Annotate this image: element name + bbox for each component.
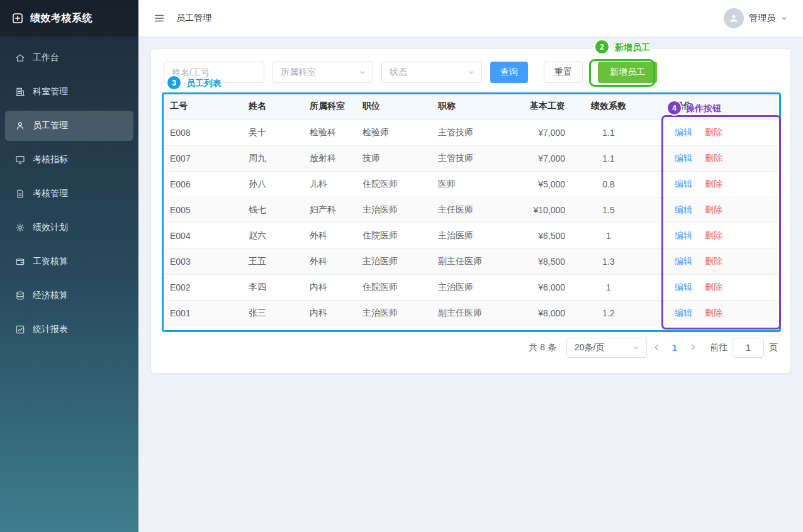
user-menu[interactable]: 管理员 <box>724 8 788 28</box>
sidebar-item-label: 统计报表 <box>33 324 68 335</box>
cell-coefficient: 1 <box>571 223 646 248</box>
sidebar-item-7[interactable]: 经济核算 <box>5 280 133 311</box>
delete-link[interactable]: 删除 <box>705 179 722 189</box>
sidebar-item-8[interactable]: 统计报表 <box>5 314 133 345</box>
status-select[interactable]: 状态 <box>381 62 482 83</box>
cell-employee-id: E006 <box>164 171 242 197</box>
cell-salary: ¥8,000 <box>508 300 571 326</box>
cell-salary: ¥7,000 <box>508 119 571 145</box>
sidebar-item-6[interactable]: 工资核算 <box>5 247 133 277</box>
app-title: 绩效考核系统 <box>30 12 93 25</box>
cell-employee-id: E004 <box>164 223 242 248</box>
col-header-department: 所属科室 <box>303 93 356 119</box>
home-icon <box>15 53 25 63</box>
cell-operations: 编辑 删除 <box>646 300 778 326</box>
cell-coefficient: 1.1 <box>571 119 646 145</box>
cell-salary: ¥10,000 <box>508 197 571 223</box>
search-button[interactable]: 查询 <box>490 62 528 83</box>
chevron-down-icon <box>632 344 640 352</box>
cell-department: 放射科 <box>303 145 356 171</box>
page-size-select[interactable]: 20条/页 <box>566 338 647 358</box>
avatar <box>724 8 744 28</box>
delete-link[interactable]: 删除 <box>705 282 722 292</box>
delete-link[interactable]: 删除 <box>705 153 722 163</box>
edit-link[interactable]: 编辑 <box>675 230 692 240</box>
page-size-value: 20条/页 <box>575 342 604 353</box>
cell-operations: 编辑 删除 <box>646 274 778 300</box>
filter-bar: 所属科室 状态 查询 重置 新增员工 <box>164 62 778 83</box>
cell-operations: 编辑 删除 <box>646 197 778 223</box>
edit-link[interactable]: 编辑 <box>675 256 692 266</box>
status-select-value: 状态 <box>390 67 407 78</box>
cell-employee-id: E005 <box>164 197 242 223</box>
cell-department: 内科 <box>303 300 356 326</box>
page-number[interactable]: 1 <box>666 343 683 353</box>
prev-page-button[interactable] <box>647 343 666 352</box>
sidebar-item-label: 绩效计划 <box>33 222 68 233</box>
col-header-salary: 基本工资 <box>508 93 571 119</box>
database-icon <box>15 291 25 301</box>
user-icon <box>15 121 25 131</box>
cell-department: 检验科 <box>303 119 356 145</box>
keyword-input[interactable] <box>164 62 264 83</box>
cell-operations: 编辑 删除 <box>646 248 778 274</box>
edit-link[interactable]: 编辑 <box>675 179 692 189</box>
sidebar-item-label: 考核指标 <box>33 154 68 165</box>
chevron-down-icon <box>359 69 366 76</box>
cell-name: 周九 <box>242 145 303 171</box>
delete-link[interactable]: 删除 <box>705 204 722 214</box>
cell-title: 主管技师 <box>432 119 508 145</box>
edit-link[interactable]: 编辑 <box>675 308 692 318</box>
cell-coefficient: 0.8 <box>571 171 646 197</box>
next-page-button[interactable] <box>683 343 702 352</box>
building-icon <box>15 87 25 97</box>
department-select[interactable]: 所属科室 <box>272 62 373 83</box>
edit-link[interactable]: 编辑 <box>675 282 692 292</box>
cell-employee-id: E001 <box>164 300 242 326</box>
hamburger-icon[interactable] <box>154 13 165 24</box>
cell-title: 主任医师 <box>432 197 508 223</box>
delete-link[interactable]: 删除 <box>705 308 722 318</box>
table-row: E005 钱七 妇产科 主治医师 主任医师 ¥10,000 1.5 编辑 删除 <box>164 197 778 223</box>
app-logo-icon <box>11 12 24 25</box>
edit-link[interactable]: 编辑 <box>675 153 692 163</box>
cell-title: 医师 <box>432 171 508 197</box>
sidebar-item-5[interactable]: 绩效计划 <box>5 213 133 243</box>
add-employee-button[interactable]: 新增员工 <box>598 62 657 83</box>
cell-title: 主管技师 <box>432 145 508 171</box>
sidebar-item-4[interactable]: 考核管理 <box>5 179 133 209</box>
cell-employee-id: E008 <box>164 119 242 145</box>
employee-card: 所属科室 状态 查询 重置 新增员工 工号 姓名 所属科室 职位 职称 <box>151 49 790 373</box>
cell-position: 住院医师 <box>356 171 432 197</box>
delete-link[interactable]: 删除 <box>705 230 722 240</box>
cell-title: 主治医师 <box>432 274 508 300</box>
cell-salary: ¥7,000 <box>508 145 571 171</box>
cell-position: 主治医师 <box>356 248 432 274</box>
table-row: E003 王五 外科 主治医师 副主任医师 ¥8,500 1.3 编辑 删除 <box>164 248 778 274</box>
cell-department: 妇产科 <box>303 197 356 223</box>
delete-link[interactable]: 删除 <box>705 256 722 266</box>
edit-link[interactable]: 编辑 <box>675 127 692 137</box>
cell-position: 主治医师 <box>356 197 432 223</box>
cell-salary: ¥6,500 <box>508 223 571 248</box>
cell-operations: 编辑 删除 <box>646 171 778 197</box>
reset-button[interactable]: 重置 <box>544 62 583 83</box>
sidebar-item-2[interactable]: 员工管理 <box>5 111 133 141</box>
edit-link[interactable]: 编辑 <box>675 204 692 214</box>
sidebar-menu: 工作台科室管理员工管理考核指标考核管理绩效计划工资核算经济核算统计报表 <box>0 36 138 345</box>
goto-page-input[interactable] <box>733 338 764 358</box>
sidebar-item-1[interactable]: 科室管理 <box>5 77 133 107</box>
delete-link[interactable]: 删除 <box>705 127 722 137</box>
table-row: E004 赵六 外科 住院医师 主治医师 ¥6,500 1 编辑 删除 <box>164 223 778 248</box>
wallet-icon <box>15 257 25 267</box>
table-row: E002 李四 内科 住院医师 主治医师 ¥6,000 1 编辑 删除 <box>164 274 778 300</box>
sidebar-item-0[interactable]: 工作台 <box>5 43 133 73</box>
topbar: 员工管理 管理员 <box>138 0 803 36</box>
pagination: 共 8 条 20条/页 1 前往 页 <box>164 338 778 358</box>
sidebar-item-3[interactable]: 考核指标 <box>5 145 133 175</box>
cell-department: 儿科 <box>303 171 356 197</box>
table-row: E008 吴十 检验科 检验师 主管技师 ¥7,000 1.1 编辑 删除 <box>164 119 778 145</box>
cell-coefficient: 1.3 <box>571 248 646 274</box>
chevron-down-icon <box>780 14 788 22</box>
employee-table: 工号 姓名 所属科室 职位 职称 基本工资 绩效系数 操作 E008 吴十 检验… <box>164 93 778 326</box>
